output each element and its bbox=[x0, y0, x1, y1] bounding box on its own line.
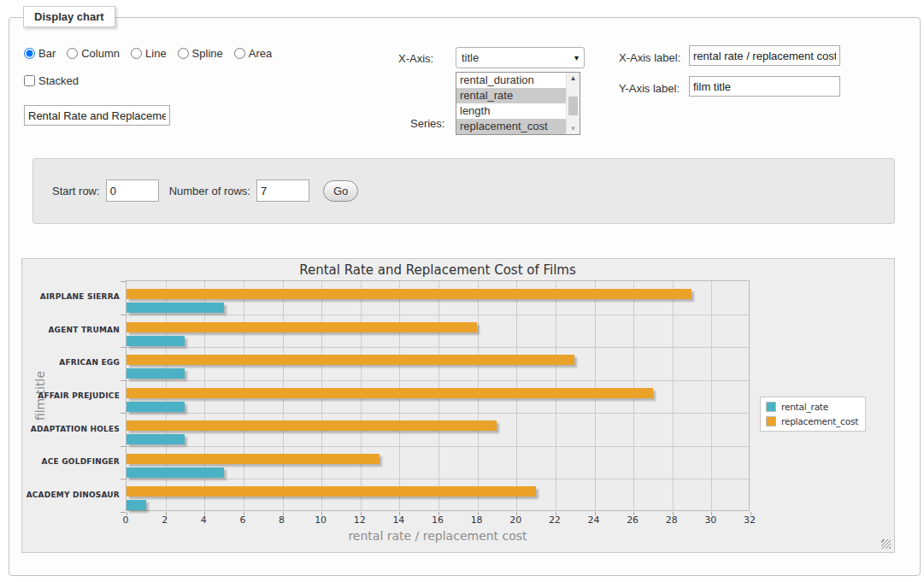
x-tick-label: 22 bbox=[540, 514, 569, 526]
x-tick-label: 28 bbox=[657, 514, 686, 526]
y-tick-mark bbox=[121, 413, 126, 414]
chart-type-radio-area[interactable] bbox=[234, 48, 245, 59]
bar-rental_rate[interactable] bbox=[127, 336, 185, 346]
y-category-label: ADAPTATION HOLES bbox=[22, 412, 120, 445]
y-tick-mark bbox=[121, 347, 126, 348]
stacked-row: Stacked bbox=[24, 74, 79, 87]
stacked-label: Stacked bbox=[38, 74, 79, 87]
legend-swatch bbox=[766, 402, 776, 412]
y-tick-mark bbox=[121, 479, 126, 479]
chart-type-radio-column[interactable] bbox=[67, 48, 78, 59]
x-axis-label-input[interactable] bbox=[689, 45, 840, 66]
resize-handle-icon[interactable] bbox=[881, 539, 891, 549]
y-category-label: ACADEMY DINOSAUR bbox=[22, 478, 120, 511]
bar-replacement_cost[interactable] bbox=[127, 388, 653, 398]
y-tick-mark bbox=[121, 315, 126, 315]
legend-entry-rental_rate: rental_rate bbox=[766, 402, 858, 412]
x-tick-label: 24 bbox=[580, 514, 609, 526]
chart-title-input[interactable] bbox=[24, 105, 170, 126]
bar-rental_rate[interactable] bbox=[127, 467, 224, 478]
num-rows-input[interactable] bbox=[256, 179, 309, 202]
bar-rental_rate[interactable] bbox=[127, 434, 185, 444]
x-tick-label: 8 bbox=[268, 514, 297, 526]
scroll-up-icon[interactable]: ▲ bbox=[567, 74, 580, 82]
grid-line-x bbox=[673, 281, 674, 510]
y-tick-mark bbox=[121, 281, 126, 282]
y-category-label: ACE GOLDFINGER bbox=[22, 445, 120, 479]
x-tick-label: 10 bbox=[306, 514, 335, 526]
series-options: rental_durationrental_ratelengthreplacem… bbox=[456, 73, 566, 134]
series-option-rental_rate[interactable]: rental_rate bbox=[456, 88, 566, 103]
row-range-box: Start row: Number of rows: Go bbox=[32, 158, 895, 224]
grid-line-y bbox=[127, 315, 749, 315]
bar-rental_rate[interactable] bbox=[127, 500, 146, 510]
series-option-rental_duration[interactable]: rental_duration bbox=[456, 73, 566, 88]
grid-line-y bbox=[127, 479, 749, 479]
chart-type-option-spline: Spline bbox=[178, 47, 223, 60]
series-listbox[interactable]: rental_durationrental_ratelengthreplacem… bbox=[456, 72, 580, 135]
grid-line-y bbox=[127, 347, 749, 348]
go-button[interactable]: Go bbox=[323, 180, 358, 202]
chart-type-option-bar: Bar bbox=[24, 47, 56, 60]
num-rows-label: Number of rows: bbox=[169, 185, 250, 197]
chart-container: Rental Rate and Replacement Cost of Film… bbox=[21, 258, 895, 553]
bar-replacement_cost[interactable] bbox=[127, 289, 692, 299]
x-axis-select[interactable]: title ▾ bbox=[456, 47, 585, 68]
start-row-input[interactable] bbox=[106, 179, 159, 202]
bar-replacement_cost[interactable] bbox=[127, 454, 380, 464]
stacked-label-wrap: Stacked bbox=[24, 74, 79, 87]
stacked-checkbox[interactable] bbox=[24, 75, 35, 86]
chart-type-label: Spline bbox=[192, 47, 223, 60]
plot-area bbox=[126, 280, 750, 511]
x-tick-label: 0 bbox=[111, 514, 140, 526]
scrollbar-thumb[interactable] bbox=[568, 97, 578, 115]
x-tick-label: 14 bbox=[384, 514, 413, 526]
y-tick-mark bbox=[121, 512, 126, 513]
legend-label: rental_rate bbox=[781, 402, 828, 412]
x-tick-label: 16 bbox=[423, 514, 452, 526]
y-category-label: AIRPLANE SIERRA bbox=[22, 280, 120, 314]
x-tick-label: 26 bbox=[618, 514, 647, 526]
chart-legend: rental_ratereplacement_cost bbox=[760, 397, 866, 432]
series-scrollbar[interactable]: ▲ ▼ bbox=[566, 73, 580, 134]
x-axis-label-label: X-Axis label: bbox=[619, 51, 680, 64]
chart-type-option-line: Line bbox=[131, 47, 167, 60]
x-tick-label: 4 bbox=[189, 514, 218, 526]
chart-title: Rental Rate and Replacement Cost of Film… bbox=[126, 262, 750, 278]
start-row-label: Start row: bbox=[52, 185, 100, 197]
y-category-label: AFFAIR PREJUDICE bbox=[22, 379, 120, 413]
bar-replacement_cost[interactable] bbox=[127, 420, 497, 431]
bar-rental_rate[interactable] bbox=[127, 303, 224, 313]
x-tick-label: 20 bbox=[501, 514, 530, 526]
chart-type-label: Line bbox=[145, 47, 167, 60]
bar-replacement_cost[interactable] bbox=[127, 486, 536, 497]
bar-replacement_cost[interactable] bbox=[127, 355, 574, 365]
bar-rental_rate[interactable] bbox=[127, 402, 185, 412]
series-option-replacement_cost[interactable]: replacement_cost bbox=[456, 119, 566, 134]
y-category-label: AFRICAN EGG bbox=[22, 346, 120, 379]
series-option-length[interactable]: length bbox=[456, 103, 566, 119]
x-tick-label: 2 bbox=[150, 514, 180, 526]
bar-replacement_cost[interactable] bbox=[127, 322, 477, 332]
y-axis-label-input[interactable] bbox=[689, 76, 840, 97]
chart-type-radio-bar[interactable] bbox=[24, 48, 35, 59]
legend-label: replacement_cost bbox=[781, 416, 858, 426]
scroll-down-icon[interactable]: ▼ bbox=[567, 125, 580, 132]
chart-type-label: Area bbox=[249, 47, 272, 60]
grid-line-y bbox=[127, 446, 749, 447]
chart-type-radios: BarColumnLineSplineArea bbox=[24, 47, 272, 60]
chart-type-option-column: Column bbox=[67, 47, 120, 60]
chart-type-radio-spline[interactable] bbox=[178, 48, 189, 59]
chart-type-label: Column bbox=[81, 47, 120, 60]
panel-legend: Display chart bbox=[23, 6, 115, 27]
x-tick-label: 12 bbox=[345, 514, 374, 526]
series-list-label: Series: bbox=[410, 117, 444, 130]
chart-type-radio-line[interactable] bbox=[131, 48, 142, 59]
chart-type-option-area: Area bbox=[234, 47, 272, 60]
legend-swatch bbox=[766, 416, 776, 426]
x-tick-label: 18 bbox=[462, 514, 491, 526]
bar-rental_rate[interactable] bbox=[127, 368, 185, 379]
y-axis-label-label: Y-Axis label: bbox=[619, 82, 680, 95]
grid-line-y bbox=[127, 380, 749, 381]
legend-entry-replacement_cost: replacement_cost bbox=[766, 416, 858, 426]
